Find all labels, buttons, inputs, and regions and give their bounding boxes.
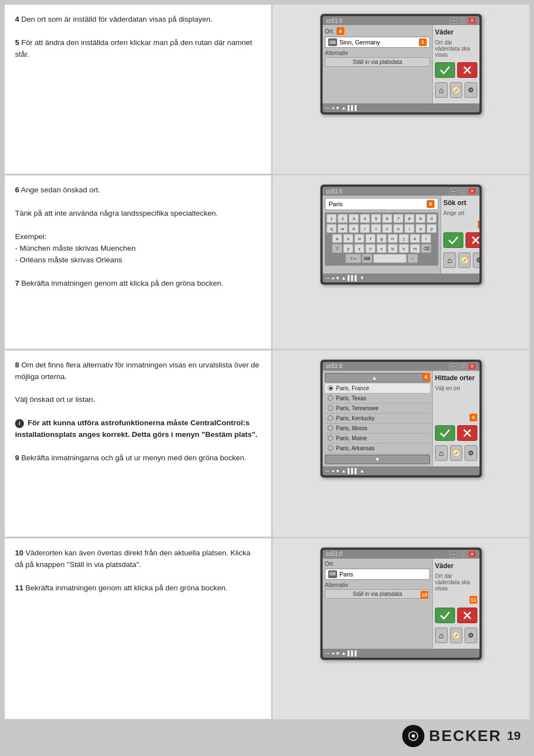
cancel-btn-2[interactable] — [466, 232, 479, 248]
cancel-btn-4[interactable] — [457, 608, 477, 623]
paris-input[interactable]: Paris 6 — [325, 198, 438, 210]
key-2[interactable]: 2 — [338, 214, 348, 223]
scroll-up-3[interactable]: ▲ — [325, 373, 430, 382]
key-i[interactable]: i — [404, 224, 414, 233]
gear-btn-4[interactable]: ⚙ — [464, 628, 477, 643]
list-item-texas[interactable]: Paris, Texas — [325, 394, 430, 404]
maximize-btn-2[interactable]: □ — [459, 188, 467, 195]
key-e[interactable]: e — [349, 224, 359, 233]
key-u[interactable]: u — [393, 224, 403, 233]
gear-btn-3[interactable]: ⚙ — [464, 445, 477, 461]
gear-btn-2[interactable]: ⚙ — [473, 252, 479, 268]
key-l[interactable]: l — [421, 234, 431, 243]
nav-btn-3[interactable]: 🧭 — [450, 445, 463, 461]
action-btn-1[interactable]: Ställ in via platsdata — [325, 57, 430, 67]
key-v[interactable]: v — [377, 244, 387, 253]
cancel-btn-1[interactable] — [457, 62, 477, 78]
key-p[interactable]: p — [427, 224, 437, 233]
nav-btn-1[interactable]: 🧭 — [450, 82, 463, 98]
badge-10: 10 — [421, 591, 428, 599]
key-r[interactable]: r — [360, 224, 370, 233]
key-3[interactable]: 3 — [349, 214, 359, 223]
home-btn-1[interactable]: ⌂ — [435, 82, 448, 98]
win-btns-4: ─ □ ✕ — [449, 551, 476, 558]
key-w[interactable]: w — [338, 224, 348, 233]
minimize-btn-4[interactable]: ─ — [449, 551, 457, 558]
key-m[interactable]: m — [410, 244, 420, 253]
key-t[interactable]: t — [371, 224, 381, 233]
key-h[interactable]: h — [388, 234, 398, 243]
badge-8: 8 — [422, 373, 430, 381]
key-backspace[interactable]: ⌫ — [421, 244, 431, 253]
list-item-france[interactable]: Paris, France — [325, 384, 430, 394]
panel-title-4: Väder — [435, 562, 477, 570]
gear-btn-1[interactable]: ⚙ — [464, 82, 477, 98]
key-shift[interactable]: ⇧ — [332, 244, 342, 253]
confirm-btn-1[interactable] — [435, 62, 455, 78]
minimize-btn-3[interactable]: ─ — [449, 363, 457, 370]
key-q[interactable]: q — [327, 224, 337, 233]
close-btn-1[interactable]: ✕ — [468, 17, 476, 24]
nav-btn-2[interactable]: 🧭 — [458, 252, 471, 268]
device-2: cc51:0 ─ □ ✕ Paris 6 — [320, 185, 482, 285]
key-n[interactable]: n — [399, 244, 409, 253]
action-btn-4[interactable]: Ställ in via platsdata 10 — [325, 589, 430, 599]
key-space[interactable] — [373, 254, 407, 263]
right-cell-4: cc51:0 ─ □ ✕ Ort: ⌨ — [273, 538, 530, 719]
key-d[interactable]: d — [354, 234, 364, 243]
minimize-btn-2[interactable]: ─ — [449, 188, 457, 195]
step-11-text: 11 Bekräfta inmatningen genom att klicka… — [15, 583, 261, 594]
list-item-illinois[interactable]: Paris, Illinois — [325, 424, 430, 434]
nav-btn-4[interactable]: 🧭 — [450, 628, 463, 643]
key-5[interactable]: 5 — [371, 214, 381, 223]
confirm-btn-4[interactable] — [435, 608, 455, 623]
maximize-btn-4[interactable]: □ — [459, 551, 467, 558]
key-c[interactable]: c — [365, 244, 375, 253]
confirm-btn-2[interactable] — [443, 232, 463, 248]
key-special-chars[interactable]: ?:+ — [345, 254, 361, 263]
key-k[interactable]: k — [410, 234, 420, 243]
key-9[interactable]: 9 — [416, 214, 426, 223]
list-item-tennessee[interactable]: Paris, Tennessee — [325, 404, 430, 414]
status-icon-1: — ◂ ★ ▲ ▌▌▌ — [325, 105, 358, 111]
sinn-input[interactable]: ⌨ Sinn, Germany 5 — [325, 37, 430, 48]
key-4[interactable]: 4 — [360, 214, 370, 223]
list-item-maine[interactable]: Paris, Maine — [325, 434, 430, 444]
close-btn-4[interactable]: ✕ — [468, 551, 476, 558]
home-btn-3[interactable]: ⌂ — [435, 445, 448, 461]
maximize-btn-1[interactable]: □ — [459, 17, 467, 24]
device-inner-4: cc51:0 ─ □ ✕ Ort: ⌨ — [323, 550, 479, 658]
key-z[interactable]: z — [382, 224, 392, 233]
key-b[interactable]: b — [388, 244, 398, 253]
key-g[interactable]: g — [377, 234, 387, 243]
key-x[interactable]: x — [354, 244, 364, 253]
maximize-btn-3[interactable]: □ — [459, 363, 467, 370]
btn-pair-home-2: ⌂ 🧭 ⚙ — [443, 252, 479, 268]
home-btn-2[interactable]: ⌂ — [443, 252, 456, 268]
close-btn-3[interactable]: ✕ — [468, 363, 476, 370]
minimize-btn-1[interactable]: ─ — [449, 17, 457, 24]
paris-field-input[interactable]: ⌨ Paris — [325, 569, 430, 580]
home-btn-4[interactable]: ⌂ — [435, 628, 448, 643]
key-8[interactable]: 8 — [404, 214, 414, 223]
list-item-arkansas[interactable]: Paris, Arkansas — [325, 444, 430, 454]
key-y[interactable]: y — [343, 244, 353, 253]
close-btn-2[interactable]: ✕ — [468, 188, 476, 195]
key-s[interactable]: s — [343, 234, 353, 243]
key-1[interactable]: 1 — [327, 214, 337, 223]
section-label-4: Alternativ — [325, 582, 430, 588]
key-o[interactable]: o — [416, 224, 426, 233]
list-item-kentucky[interactable]: Paris, Kentucky — [325, 414, 430, 424]
key-7[interactable]: 7 — [393, 214, 403, 223]
key-keyboard[interactable]: ⌨ — [362, 254, 372, 263]
cancel-btn-3[interactable] — [457, 425, 477, 441]
key-back-arrow[interactable]: ← — [408, 254, 418, 263]
key-0[interactable]: 0 — [427, 214, 437, 223]
key-f[interactable]: f — [365, 234, 375, 243]
key-j[interactable]: j — [399, 234, 409, 243]
confirm-btn-3[interactable] — [435, 425, 455, 441]
key-a[interactable]: a — [332, 234, 342, 243]
paris-value: Paris — [329, 201, 343, 207]
key-6[interactable]: 6 — [382, 214, 392, 223]
scroll-down-3[interactable]: ▼ — [325, 455, 430, 464]
